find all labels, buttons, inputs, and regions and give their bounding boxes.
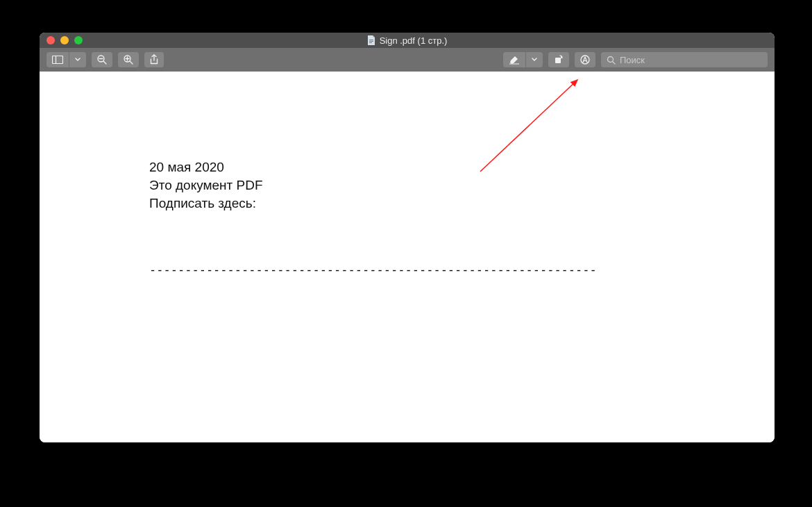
- zoom-in-button[interactable]: [118, 52, 139, 67]
- window-title-group: Sign .pdf (1 стр.): [367, 35, 448, 46]
- svg-line-9: [130, 61, 133, 64]
- svg-rect-13: [555, 58, 561, 63]
- search-input[interactable]: [620, 55, 762, 65]
- svg-line-6: [103, 61, 106, 64]
- markup-button[interactable]: [575, 52, 595, 67]
- highlight-dropdown-button[interactable]: [526, 52, 543, 67]
- svg-rect-12: [509, 64, 519, 65]
- highlight-button[interactable]: [503, 52, 525, 67]
- svg-rect-1: [369, 41, 373, 42]
- markup-icon: [580, 54, 591, 65]
- chevron-down-icon: [532, 58, 537, 62]
- zoom-out-button[interactable]: [92, 52, 112, 67]
- sidebar-toggle-button[interactable]: [46, 52, 69, 67]
- zoom-out-icon: [96, 54, 108, 65]
- zoom-in-icon: [123, 54, 134, 65]
- rotate-icon: [553, 54, 564, 65]
- highlighter-icon: [509, 55, 520, 65]
- sidebar-icon: [52, 56, 63, 64]
- toolbar: [40, 48, 775, 72]
- chevron-down-icon: [75, 58, 81, 62]
- rotate-button[interactable]: [548, 52, 569, 67]
- window-controls: [46, 36, 83, 44]
- svg-rect-0: [369, 40, 373, 40]
- svg-rect-2: [369, 42, 372, 43]
- doc-description-line: Это документ PDF: [149, 176, 775, 194]
- app-window: Sign .pdf (1 стр.): [40, 33, 775, 442]
- document-content: 20 мая 2020 Это документ PDF Подписать з…: [40, 72, 775, 442]
- signature-line: ----------------------------------------…: [149, 263, 775, 276]
- doc-sign-label: Подписать здесь:: [149, 194, 775, 213]
- titlebar: Sign .pdf (1 стр.): [40, 33, 775, 48]
- fullscreen-window-button[interactable]: [74, 36, 83, 44]
- search-icon: [607, 56, 616, 65]
- sidebar-toggle-group: [46, 52, 86, 67]
- minimize-window-button[interactable]: [60, 36, 69, 44]
- share-button[interactable]: [144, 52, 164, 67]
- doc-date-line: 20 мая 2020: [149, 158, 775, 176]
- svg-rect-3: [53, 56, 63, 64]
- window-title: Sign .pdf (1 стр.): [380, 35, 448, 46]
- search-field[interactable]: [601, 52, 768, 67]
- close-window-button[interactable]: [46, 36, 55, 44]
- document-icon: [367, 35, 375, 45]
- share-icon: [149, 54, 159, 65]
- sidebar-menu-button[interactable]: [69, 52, 86, 67]
- highlight-group: [503, 52, 543, 67]
- svg-line-16: [613, 61, 616, 64]
